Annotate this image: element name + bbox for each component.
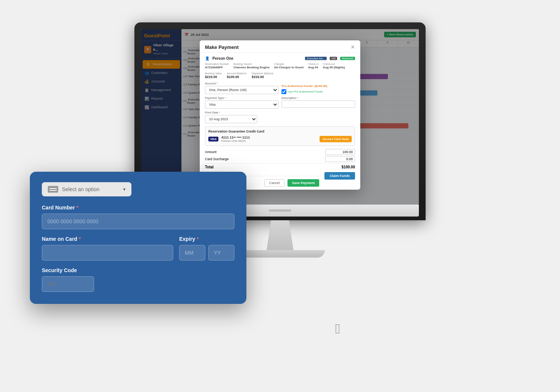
booking-value: Booking Value $215.00 [205, 72, 222, 79]
modal-header: Make Payment ✕ [200, 40, 360, 53]
imac-stand-base [235, 250, 325, 258]
preauth-col: Pre-Authorized Funds: ($100.00) Use Pre-… [281, 82, 355, 94]
card-form-wrapper: Select an option ▾ Card Number* Name on … [30, 172, 246, 304]
person-icon: 👤 [205, 56, 209, 60]
total-line: Total $100.00 [205, 163, 355, 169]
amount-section: Amount Card Surcharge Total [205, 149, 355, 169]
preauth-check-label: Use Pre-Authorized Funds [287, 90, 323, 93]
cc-section-title: Reservation Guarantee Credit Card [208, 130, 352, 133]
cc-card-row: VISA 4111 11•• •••• 1111 Person One 09/2… [208, 136, 352, 143]
charges-to: Charges All Charges to Guest [274, 63, 304, 69]
cc-number: 4111 11•• •••• 1111 [221, 136, 250, 139]
departure-balance-amount: $315.00 [252, 75, 273, 79]
expiry-col: Expiry* [179, 236, 234, 261]
amount-line: Amount [205, 149, 355, 155]
imac-stand-top [258, 220, 302, 250]
modal-title: Make Payment [205, 44, 239, 50]
expiry-mm-input[interactable] [179, 245, 205, 261]
card-icon-lines [49, 188, 57, 191]
expiry-inputs [179, 245, 234, 261]
checkout-value: Aug 05 (Nights) [323, 66, 345, 69]
account-balance: Account Balance $100.00 [227, 72, 247, 79]
account-field-col: Account* One, Person (Room 106) [205, 82, 279, 94]
card-icon-line-2 [49, 190, 57, 191]
payment-type-select[interactable]: Visa [205, 100, 279, 109]
payment-desc-row: Payment Type* Visa Description* [205, 96, 355, 109]
card-icon-line-1 [49, 188, 57, 189]
account-balance-label: Account Balance [227, 72, 247, 75]
account-balance-amount: $100.00 [227, 75, 247, 79]
surcharge-label: Card Surcharge [205, 157, 229, 161]
amounts-row: Booking Value $215.00 Account Balance $1… [205, 72, 355, 79]
account-select[interactable]: One, Person (Room 106) [205, 86, 279, 94]
reservation-details-row: Reservation Number A7318A89FF Booking So… [205, 63, 355, 69]
amount-input[interactable] [325, 149, 355, 155]
amount-label: Amount [205, 150, 217, 154]
security-code-label: Security Code [42, 267, 234, 273]
name-expiry-row: Name on Card* Expiry* [42, 236, 234, 261]
res-number-label: Reservation Number [205, 63, 229, 65]
card-select-placeholder: Select an option [62, 186, 99, 192]
checkout-label: Check-out [323, 63, 345, 65]
booking-value-amount: $215.00 [205, 75, 222, 79]
security-code-input[interactable] [42, 276, 94, 292]
preauth-link[interactable]: Pre-Authorized Funds: ($100.00) [281, 84, 327, 88]
modal-body: 👤 Person One Executive Kin... 106 Reserv… [200, 53, 360, 176]
res-number: Reservation Number A7318A89FF [205, 63, 229, 69]
make-payment-modal: Make Payment ✕ 👤 Person One Executive Ki… [200, 40, 360, 190]
account-payment-row: Account* One, Person (Room 106) Pre-Auth… [205, 82, 355, 94]
preauth-checkbox[interactable] [281, 89, 286, 94]
surcharge-input[interactable] [325, 156, 355, 162]
source-label: Booking Source [233, 63, 270, 65]
room-number-badge: 106 [330, 57, 337, 60]
total-label: Total [205, 165, 214, 169]
name-on-card-input[interactable] [42, 245, 173, 261]
person-info-row: 👤 Person One Executive Kin... 106 Reserv… [205, 56, 355, 60]
claim-funds-button[interactable]: Claim Funds [324, 172, 355, 180]
source-value: Channex Booking Engine [233, 66, 270, 69]
card-form-select-row: Select an option ▾ [42, 182, 234, 196]
account-label: Account* [205, 82, 279, 85]
checkin-value: Aug 04 [308, 66, 318, 69]
booking-source: Booking Source Channex Booking Engine [233, 63, 270, 69]
apple-logo:  [335, 321, 340, 337]
cc-holder: Person One 09/24 [221, 139, 250, 143]
print-date-select[interactable]: 10 Aug 2023 [205, 115, 257, 123]
cancel-button[interactable]: Cancel [264, 179, 284, 187]
departure-balance-label: Departure Balance [252, 72, 273, 75]
access-vault-button[interactable]: Access Card Vault [320, 136, 352, 142]
room-badge: Executive Kin... [305, 57, 327, 60]
card-type-select[interactable]: Select an option ▾ [42, 182, 131, 196]
departure-balance: Departure Balance $315.00 [252, 72, 273, 79]
payment-type-col: Payment Type* Visa [205, 96, 279, 109]
charges-label: Charges [274, 63, 304, 65]
expiry-yy-input[interactable] [208, 245, 234, 261]
surcharge-line: Card Surcharge [205, 156, 355, 162]
chevron-down-icon: ▾ [123, 187, 125, 192]
preauth-row: Pre-Authorized Funds: ($100.00) [281, 84, 355, 88]
print-date-row: Print Date* 10 Aug 2023 [205, 111, 355, 123]
cc-details: 4111 11•• •••• 1111 Person One 09/24 [221, 136, 250, 143]
card-form: Select an option ▾ Card Number* Name on … [30, 172, 246, 304]
card-icon [48, 186, 58, 193]
checkout-info: Check-out Aug 05 (Nights) [323, 63, 345, 69]
name-col: Name on Card* [42, 236, 173, 261]
description-col: Description* [281, 96, 355, 109]
description-label: Description* [281, 96, 355, 100]
save-payment-button[interactable]: Save Payment [287, 179, 319, 187]
card-number-label: Card Number* [42, 205, 234, 211]
total-value: $100.00 [342, 165, 355, 169]
status-badge: Reserved [340, 57, 355, 60]
modal-close-button[interactable]: ✕ [351, 44, 355, 50]
charges-value: All Charges to Guest [274, 66, 304, 69]
description-input[interactable] [281, 100, 355, 108]
res-number-value: A7318A89FF [205, 66, 229, 69]
visa-logo: VISA [208, 137, 218, 141]
card-number-input[interactable] [42, 214, 234, 229]
checkin-label: Check-in [308, 63, 318, 65]
imac-chin-dot [269, 209, 291, 212]
cc-section: Reservation Guarantee Credit Card VISA 4… [205, 126, 355, 146]
expiry-label: Expiry* [179, 236, 234, 242]
person-name: Person One [212, 56, 233, 60]
preauth-check: Use Pre-Authorized Funds [281, 89, 355, 94]
